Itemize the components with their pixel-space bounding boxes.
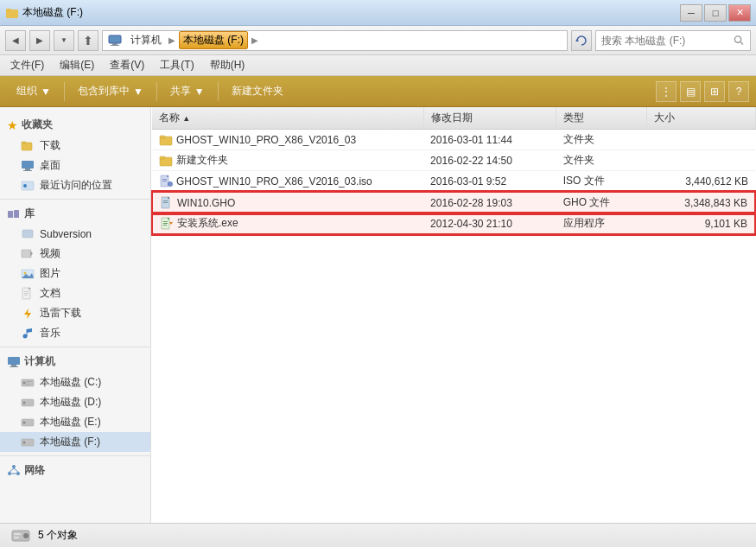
exe-file-icon: [160, 217, 174, 231]
sidebar-item-thunder[interactable]: 迅雷下载: [0, 303, 150, 323]
table-row[interactable]: GHOST_WIN10_PRO_X86_V2016_03.iso 2016-03…: [152, 171, 755, 193]
sidebar-item-disk-e[interactable]: 本地磁盘 (E:): [0, 412, 150, 432]
svg-rect-18: [22, 250, 31, 258]
svg-marker-5: [575, 39, 579, 41]
col-header-date[interactable]: 修改日期: [423, 107, 556, 130]
title-bar-controls: ─ □ ✕: [680, 4, 751, 22]
menu-view[interactable]: 查看(V): [103, 56, 151, 74]
pictures-icon: [21, 267, 35, 281]
file-size: 3,348,843 KB: [646, 192, 755, 213]
search-box[interactable]: [595, 30, 751, 51]
svg-rect-12: [23, 170, 32, 171]
menu-edit[interactable]: 编辑(E): [53, 56, 101, 74]
search-input[interactable]: [601, 35, 734, 47]
sidebar-header-favorites[interactable]: ★ 收藏夹: [0, 114, 150, 136]
file-date: 2016-03-01 9:52: [423, 171, 556, 193]
file-name-cell: 新建文件夹: [152, 150, 423, 171]
sidebar-item-disk-f[interactable]: 本地磁盘 (F:): [0, 432, 150, 452]
svg-point-70: [23, 533, 29, 538]
file-type: 应用程序: [556, 213, 647, 235]
svg-rect-57: [162, 181, 167, 181]
more-icon-button[interactable]: ⋮: [656, 81, 677, 102]
forward-button[interactable]: ▶: [29, 30, 50, 51]
recent-button[interactable]: ▼: [54, 30, 74, 51]
organize-button[interactable]: 组织 ▼: [7, 80, 60, 104]
disk-e-icon: [21, 416, 35, 429]
address-bar: ◀ ▶ ▼ ⬆ 计算机 ▶ 本地磁盘 (F:) ▶: [0, 26, 756, 55]
organize-arrow: ▼: [41, 86, 51, 98]
col-header-type[interactable]: 类型: [556, 107, 647, 130]
col-header-size[interactable]: 大小: [646, 107, 755, 130]
sidebar-header-network[interactable]: 网络: [0, 460, 150, 481]
path-local-disk[interactable]: 本地磁盘 (F:): [179, 31, 248, 49]
music-icon: [21, 327, 35, 340]
maximize-button[interactable]: □: [704, 4, 727, 22]
subversion-icon: [21, 227, 35, 241]
disk-d-icon: [21, 396, 35, 410]
svg-rect-9: [22, 142, 26, 143]
sidebar-item-desktop[interactable]: 桌面: [0, 156, 150, 175]
up-button[interactable]: ⬆: [78, 30, 98, 51]
close-button[interactable]: ✕: [728, 4, 751, 22]
refresh-button[interactable]: [571, 30, 592, 51]
computer-sidebar-icon: [7, 355, 21, 369]
new-folder-button[interactable]: 新建文件夹: [222, 80, 293, 104]
sort-arrow: ▲: [182, 114, 190, 123]
svg-point-14: [23, 184, 27, 188]
col-header-name[interactable]: 名称 ▲: [152, 107, 423, 130]
svg-rect-2: [109, 35, 121, 43]
new-folder-label: 新建文件夹: [232, 84, 283, 99]
sidebar-item-disk-c[interactable]: 本地磁盘 (C:): [0, 372, 150, 392]
disk-f-icon: [21, 436, 35, 449]
svg-line-7: [740, 41, 743, 44]
pictures-text: 图片: [40, 266, 60, 281]
sidebar-item-music[interactable]: 音乐: [0, 323, 150, 343]
file-name: GHOST_WIN10_PRO_X86_V2016_03: [176, 134, 356, 146]
table-row[interactable]: 新建文件夹 2016-02-22 14:50 文件夹: [152, 150, 755, 171]
table-row[interactable]: 安装系统.exe 2012-04-30 21:10 应用程序 9,101 KB: [152, 213, 755, 235]
sidebar-item-videos[interactable]: 视频: [0, 244, 150, 264]
svg-marker-64: [168, 218, 169, 219]
grid-view-button[interactable]: ⊞: [704, 81, 725, 102]
sidebar-header-library[interactable]: 库: [0, 203, 150, 225]
sidebar-item-recent[interactable]: 最近访问的位置: [0, 175, 150, 195]
sidebar-item-disk-d[interactable]: 本地磁盘 (D:): [0, 392, 150, 412]
search-icon: [734, 35, 745, 47]
file-date: 2016-02-28 19:03: [423, 192, 556, 213]
sidebar-header-computer[interactable]: 计算机: [0, 351, 150, 372]
menu-tools[interactable]: 工具(T): [153, 56, 200, 74]
iso-file-icon: [159, 175, 173, 188]
minimize-button[interactable]: ─: [680, 4, 702, 22]
folder-icon: [159, 154, 173, 168]
sidebar-item-documents[interactable]: 文档: [0, 283, 150, 303]
library-arrow: ▼: [133, 86, 143, 98]
list-view-button[interactable]: ▤: [680, 81, 701, 102]
menu-help[interactable]: 帮助(H): [203, 56, 252, 74]
library-button[interactable]: 包含到库中 ▼: [68, 80, 153, 104]
help-button[interactable]: ?: [728, 81, 749, 102]
disk-c-text: 本地磁盘 (C:): [40, 375, 101, 390]
videos-icon: [21, 247, 35, 261]
table-row[interactable]: WIN10.GHO 2016-02-28 19:03 GHO 文件 3,348,…: [152, 192, 755, 213]
toolbar-right: ⋮ ▤ ⊞ ?: [656, 81, 749, 102]
sidebar-item-downloads[interactable]: 下载: [0, 136, 150, 156]
sidebar-item-pictures[interactable]: 图片: [0, 264, 150, 283]
menu-bar: 文件(F) 编辑(E) 查看(V) 工具(T) 帮助(H): [0, 55, 756, 76]
disk-f-text: 本地磁盘 (F:): [40, 435, 100, 449]
desktop-text: 桌面: [40, 158, 60, 173]
share-arrow: ▼: [194, 86, 205, 98]
table-row[interactable]: GHOST_WIN10_PRO_X86_V2016_03 2016-03-01 …: [152, 130, 755, 150]
toolbar-separator-3: [218, 82, 219, 101]
sidebar-item-subversion[interactable]: Subversion: [0, 225, 150, 244]
svg-point-44: [12, 465, 16, 468]
file-table: 名称 ▲ 修改日期 类型 大小: [151, 107, 756, 235]
window-icon: [5, 6, 19, 20]
file-date: 2016-02-22 14:50: [423, 150, 556, 171]
path-computer[interactable]: 计算机: [127, 32, 165, 48]
file-name-cell: GHOST_WIN10_PRO_X86_V2016_03: [152, 130, 423, 150]
share-button[interactable]: 共享 ▼: [161, 80, 214, 104]
back-button[interactable]: ◀: [5, 30, 26, 51]
file-type: GHO 文件: [556, 192, 647, 213]
menu-file[interactable]: 文件(F): [3, 56, 51, 74]
svg-rect-27: [24, 295, 28, 296]
